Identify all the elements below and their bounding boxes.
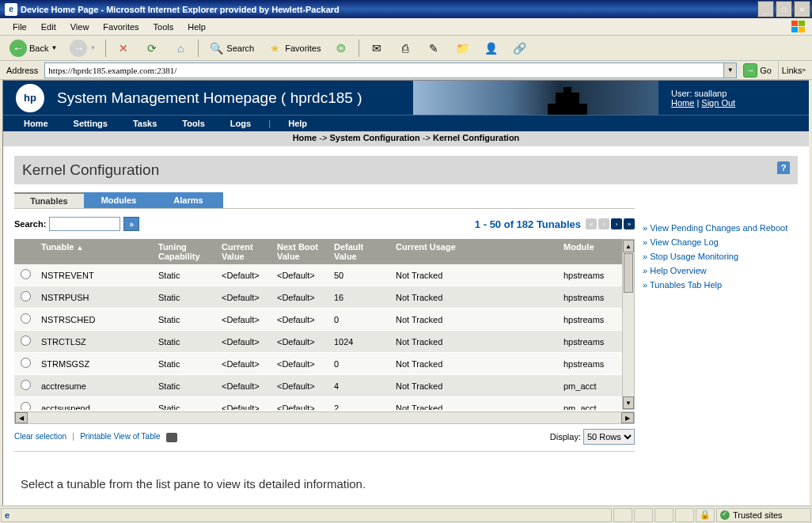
pager-next[interactable]: › [611, 218, 622, 229]
research-button[interactable]: 🔗 [507, 38, 532, 59]
scroll-track-h[interactable] [28, 412, 621, 423]
messenger-button[interactable]: 👤 [478, 38, 503, 59]
menu-favorites[interactable]: Favorites [97, 21, 145, 33]
signout-link[interactable]: Sign Out [701, 98, 735, 108]
menu-file[interactable]: File [6, 21, 33, 33]
edit-button[interactable]: ✎ [421, 38, 446, 59]
scroll-down-button[interactable]: ▼ [623, 396, 634, 409]
table-row[interactable]: NSTREVENTStatic<Default><Default>50Not T… [14, 264, 622, 286]
app-title: System Management Homepage ( hprdc185 ) [57, 89, 362, 107]
printable-view-link[interactable]: Printable View of Table [80, 432, 160, 441]
minimize-button[interactable]: _ [757, 1, 774, 17]
table-row[interactable]: NSTRSCHEDStatic<Default><Default>0Not Tr… [14, 309, 622, 331]
clear-selection-link[interactable]: Clear selection [14, 432, 66, 441]
search-submit[interactable]: » [123, 217, 139, 231]
folder-button[interactable]: 📁 [450, 38, 475, 59]
scroll-thumb[interactable] [624, 253, 633, 293]
stop-button[interactable]: ✕ [111, 38, 136, 59]
back-label: Back [29, 44, 48, 53]
trusted-icon [720, 510, 730, 520]
col-nextboot[interactable]: Next Boot Value [272, 239, 329, 264]
table-row[interactable]: STRCTLSZStatic<Default><Default>1024Not … [14, 331, 622, 353]
favorites-label: Favorites [285, 44, 321, 53]
pager-last[interactable]: » [624, 218, 635, 229]
cell-usage: Not Tracked [391, 375, 559, 397]
col-tuning[interactable]: Tuning Capability [154, 239, 217, 264]
nav-settings[interactable]: Settings [61, 119, 120, 128]
link-tunables-help[interactable]: Tunables Tab Help [643, 278, 798, 292]
scroll-track[interactable] [623, 294, 634, 396]
tab-modules[interactable]: Modules [84, 192, 154, 208]
links-button[interactable]: Links » [778, 61, 809, 79]
scroll-up-button[interactable]: ▲ [623, 240, 634, 252]
close-button[interactable]: ✕ [794, 1, 810, 17]
nav-help[interactable]: Help [275, 119, 320, 128]
link-help-overview[interactable]: Help Overview [643, 263, 798, 278]
link-change-log[interactable]: View Change Log [643, 235, 798, 249]
forward-button[interactable]: → ▼ [65, 37, 101, 59]
help-button[interactable]: ? [777, 161, 790, 174]
table-row[interactable]: NSTRPUSHStatic<Default><Default>16Not Tr… [14, 286, 622, 309]
hp-logo: hp [16, 84, 44, 112]
address-input[interactable] [44, 63, 724, 78]
print-button[interactable]: ⎙ [393, 38, 418, 59]
row-radio[interactable] [21, 313, 31, 324]
search-bar: Search: » 1 - 50 of 182 Tunables « ‹ › » [14, 214, 635, 234]
nav-logs[interactable]: Logs [218, 119, 264, 128]
pager-prev[interactable]: ‹ [598, 218, 609, 229]
mail-button[interactable]: ✉ [364, 38, 389, 59]
tab-alarms[interactable]: Alarms [154, 192, 223, 208]
link-stop-monitoring[interactable]: Stop Usage Monitoring [643, 249, 798, 263]
refresh-button[interactable]: ⟳ [139, 38, 165, 59]
back-button[interactable]: ← Back ▼ [5, 37, 62, 59]
col-usage[interactable]: Current Usage [391, 239, 559, 264]
row-radio[interactable] [21, 380, 31, 390]
go-button[interactable]: → Go [740, 63, 775, 78]
restore-button[interactable]: ❐ [776, 1, 792, 17]
col-default[interactable]: Default Value [329, 239, 391, 264]
row-radio[interactable] [21, 291, 31, 301]
nav-tasks[interactable]: Tasks [120, 119, 169, 128]
search-input[interactable] [49, 217, 120, 231]
nav-home[interactable]: Home [11, 119, 61, 128]
cell-tuning: Static [154, 353, 217, 375]
row-radio[interactable] [21, 335, 31, 346]
table-row[interactable]: acctresumeStatic<Default><Default>4Not T… [14, 375, 622, 397]
table-row[interactable]: STRMSGSZStatic<Default><Default>0Not Tra… [14, 353, 622, 375]
display-rows-select[interactable]: 50 Rows [583, 429, 635, 445]
cell-module: pm_acct [559, 375, 622, 397]
menu-edit[interactable]: Edit [35, 21, 63, 33]
pager-first[interactable]: « [586, 218, 597, 229]
history-button[interactable]: ❂ [328, 38, 354, 59]
home-button[interactable]: ⌂ [168, 38, 193, 59]
col-module[interactable]: Module [559, 239, 622, 264]
table-row[interactable]: acctsuspendStatic<Default><Default>2Not … [14, 397, 622, 411]
home-link[interactable]: Home [671, 98, 694, 108]
breadcrumb-home[interactable]: Home [293, 133, 317, 142]
search-button[interactable]: 🔍Search [203, 38, 259, 59]
link-pending-changes[interactable]: View Pending Changes and Reboot [643, 221, 798, 235]
row-radio[interactable] [21, 269, 31, 279]
menu-view[interactable]: View [64, 21, 96, 33]
col-tunable[interactable]: Tunable ▲ [36, 239, 154, 264]
scroll-left-button[interactable]: ◀ [15, 412, 28, 423]
breadcrumb-sysconfig[interactable]: System Configuration [329, 133, 419, 142]
horizontal-scrollbar[interactable]: ◀ ▶ [14, 411, 635, 424]
cell-nextboot: <Default> [272, 309, 329, 331]
page-title: Kernel Configuration [22, 161, 159, 179]
ie-icon: e [5, 3, 17, 16]
nav-tools[interactable]: Tools [169, 119, 218, 128]
tab-tunables[interactable]: Tunables [14, 192, 84, 208]
cell-default: 0 [329, 309, 391, 331]
cell-module: hpstreams [559, 353, 622, 375]
menu-help[interactable]: Help [181, 21, 212, 33]
row-radio[interactable] [21, 402, 31, 410]
address-dropdown[interactable]: ▼ [724, 63, 737, 78]
menu-tools[interactable]: Tools [147, 21, 180, 33]
row-radio[interactable] [21, 358, 31, 368]
scroll-right-button[interactable]: ▶ [621, 412, 634, 423]
favorites-button[interactable]: ★Favorites [262, 38, 325, 59]
cell-module: hpstreams [559, 264, 622, 286]
vertical-scrollbar[interactable]: ▲ ▼ [622, 239, 635, 410]
col-current[interactable]: Current Value [217, 239, 272, 264]
